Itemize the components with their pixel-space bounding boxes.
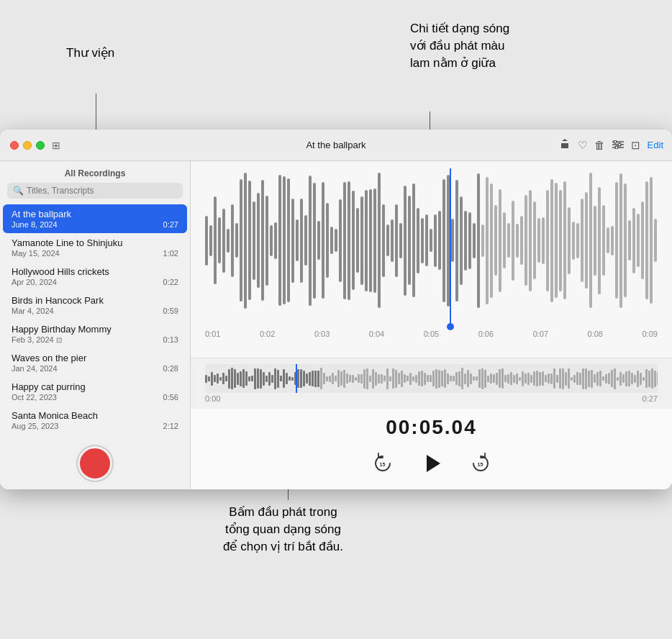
waveform-bar [579,373,581,385]
minimize-button[interactable] [23,141,32,150]
waveform-bar [507,223,510,258]
overview-waveform[interactable] [205,364,658,393]
edit-button[interactable]: Edit [648,140,663,150]
waveform-area[interactable]: 0:01 0:02 0:03 0:04 0:05 0:06 0:07 0:08 … [191,161,672,358]
recording-title: Santa Monica Beach [12,410,178,421]
waveform-bar [598,187,601,294]
waveform-bar [648,371,650,387]
waveform-bar [360,374,363,384]
recording-item[interactable]: At the ballpark June 8, 20240:27 [3,204,187,233]
sidebar-toggle-icon[interactable]: ⊞ [52,140,60,151]
waveform-bar [214,196,217,284]
waveform-bar [565,372,567,386]
favorite-icon[interactable]: ♡ [578,139,587,152]
recording-item[interactable]: Waves on the pier Jan 24, 20240:28 [3,348,187,377]
waveform-bar [395,204,398,277]
recording-item[interactable]: Santa Monica Beach Aug 25, 20232:12 [3,406,187,435]
waveform-bar [611,370,613,387]
maximize-button[interactable] [36,141,45,150]
record-btn-area [0,438,190,489]
waveform-bar [622,374,625,383]
waveform-bar [493,374,495,383]
waveform-bar [510,372,512,385]
recording-item[interactable]: Birds in Hancock Park Mar 4, 20240:59 [3,291,187,320]
waveform-bar [651,368,653,389]
waveform-bar [242,369,245,388]
waveform-bar [530,375,532,383]
waveform-bar [573,375,576,383]
search-icon: 🔍 [13,186,24,196]
waveform-bar [277,370,279,388]
waveform-bar [468,212,471,269]
waveform-bar [335,229,337,252]
recording-item[interactable]: Happy cat purring Oct 22, 20230:56 [3,377,187,406]
waveform-canvas[interactable] [205,168,658,327]
waveform-bar [628,371,630,386]
play-button[interactable] [417,449,446,478]
waveform-bar [309,176,312,306]
search-box[interactable]: 🔍 [7,183,183,199]
waveform-bar [641,201,644,279]
waveform-bar [278,175,281,306]
waveform-bar [628,220,631,260]
waveform-bar [251,376,253,381]
waveform-bar [464,373,466,384]
waveform-bar [417,208,419,273]
sidebar: All Recordings 🔍 At the ballpark June 8,… [0,161,191,489]
recording-item[interactable]: Hollywood Hills crickets Apr 20, 20240:2… [3,262,187,291]
waveform-bar [553,368,555,389]
waveform-bar [645,181,648,299]
transcript-icon[interactable]: ⊡ [631,139,640,152]
waveform-bar [467,370,469,387]
main-panel: 0:01 0:02 0:03 0:04 0:05 0:06 0:07 0:08 … [191,161,672,489]
waveform-bar [323,373,325,384]
waveform-bar [360,196,363,285]
app-window: ⊞ At the ballpark ♡ 🗑 ⊡ Edit [0,130,672,489]
waveform-bar [519,377,521,381]
waveform-bar [494,205,497,276]
waveform-bar [490,373,492,384]
recording-item[interactable]: Happy Birthday Mommy Feb 3, 2024 ⊡0:13 [3,320,187,348]
recording-meta: Aug 25, 20232:12 [12,422,178,430]
waveform-bar [257,368,259,389]
skip-back-button[interactable]: 15 [368,449,397,478]
search-input[interactable] [27,186,177,196]
skip-forward-button[interactable]: 15 [466,449,495,478]
waveform-bar [375,372,377,386]
waveform-bar [455,372,458,385]
waveform-bar [317,371,319,387]
waveform-bar [421,218,424,263]
share-icon[interactable] [559,138,571,152]
time-labels: 0:01 0:02 0:03 0:04 0:05 0:06 0:07 0:08 … [205,327,658,341]
recording-item[interactable]: Yamanote Line to Shinjuku May 15, 20241:… [3,233,187,262]
waveform-bar [240,179,242,302]
recording-title: Waves on the pier [12,353,178,363]
waveform-bar [460,196,463,285]
waveform-bar [304,215,307,266]
waveform-bar [369,376,371,382]
waveform-bar [614,368,616,389]
waveform-bar [228,369,230,389]
playback-controls: 15 15 [191,443,672,489]
waveform-bar [615,182,618,299]
waveform-bar [594,374,596,383]
waveform-bar [542,371,544,386]
waveform-bar [435,369,437,389]
waveform-bar [424,373,426,385]
overview-area[interactable]: 0:00 0:27 [191,358,672,409]
toolbar-actions: ♡ 🗑 ⊡ Edit [559,138,663,152]
adjustments-icon[interactable] [612,139,624,151]
delete-icon[interactable]: 🗑 [594,139,605,151]
waveform-bar [632,208,635,273]
waveform-bar [657,372,658,385]
waveform-bar [217,373,219,384]
recording-title: Birds in Hancock Park [12,295,178,306]
waveform-bar [470,373,472,384]
waveform-bar [556,375,558,383]
waveform-bar [539,372,541,386]
waveform-bar [481,225,484,257]
close-button[interactable] [10,141,19,150]
waveform-bar [248,376,250,381]
waveform-bar [369,189,372,292]
record-button[interactable] [78,446,112,481]
